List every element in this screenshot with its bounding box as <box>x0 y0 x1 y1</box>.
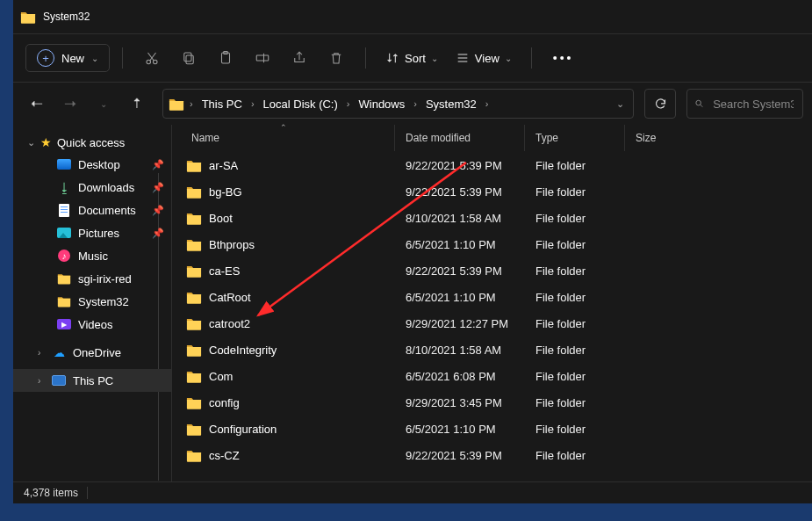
column-date[interactable]: Date modified <box>395 125 525 151</box>
table-row[interactable]: catroot29/29/2021 12:27 PMFile folder <box>172 310 812 336</box>
table-row[interactable]: Com6/5/2021 6:08 PMFile folder <box>172 363 812 389</box>
sidebar-item-documents[interactable]: Documents📌 <box>13 199 171 221</box>
svg-rect-3 <box>184 53 191 62</box>
svg-rect-2 <box>186 55 193 64</box>
file-name: CodeIntegrity <box>209 344 277 357</box>
file-name: Bthprops <box>209 238 255 251</box>
search-input[interactable] <box>711 97 795 112</box>
table-row[interactable]: Bthprops6/5/2021 1:10 PMFile folder <box>172 231 812 257</box>
chevron-right-icon[interactable]: › <box>188 98 195 109</box>
file-name: bg-BG <box>209 185 242 199</box>
forward-button[interactable]: 🠒 <box>55 89 85 119</box>
sidebar-item-thispc[interactable]: ›This PC <box>13 369 171 392</box>
desktop-icon <box>57 157 71 171</box>
file-date: 9/22/2021 5:39 PM <box>395 449 525 462</box>
back-button[interactable]: 🠐 <box>22 89 52 119</box>
sidebar-item-desktop[interactable]: Desktop📌 <box>13 153 171 176</box>
up-button[interactable]: 🠑 <box>122 89 152 119</box>
file-date: 9/22/2021 5:39 PM <box>395 264 525 278</box>
breadcrumb[interactable]: This PC <box>198 96 246 112</box>
table-row[interactable]: bg-BG9/22/2021 5:39 PMFile folder <box>172 178 812 205</box>
more-button[interactable]: ••• <box>544 47 583 69</box>
new-button[interactable]: + New ⌄ <box>25 44 110 72</box>
svg-rect-6 <box>256 55 269 61</box>
chevron-right-icon[interactable]: › <box>484 98 491 109</box>
breadcrumb[interactable]: Windows <box>356 96 409 112</box>
search-box[interactable] <box>686 89 803 119</box>
delete-button[interactable] <box>320 42 353 74</box>
table-row[interactable]: Boot8/10/2021 1:58 AMFile folder <box>172 205 812 231</box>
view-button[interactable]: View ⌄ <box>449 47 519 69</box>
share-button[interactable] <box>283 42 316 74</box>
file-list: ⌃Name Date modified Type Size ar-SA9/22/… <box>171 125 812 481</box>
column-headers: ⌃Name Date modified Type Size <box>172 125 812 152</box>
sidebar-item-downloads[interactable]: ⭳Downloads📌 <box>13 176 171 199</box>
file-type: File folder <box>525 185 625 199</box>
sidebar-item-folder[interactable]: sgi-irix-red <box>13 267 171 290</box>
refresh-button[interactable] <box>644 89 676 119</box>
video-icon: ▶ <box>57 317 71 331</box>
paste-button[interactable] <box>209 42 242 74</box>
folder-icon <box>186 449 202 462</box>
divider <box>531 47 532 69</box>
folder-icon <box>186 212 202 225</box>
sidebar-item-folder[interactable]: System32 <box>13 290 171 313</box>
chevron-down-icon: ⌄ <box>505 54 512 63</box>
copy-button[interactable] <box>172 42 205 74</box>
column-name[interactable]: ⌃Name <box>172 125 395 151</box>
breadcrumb[interactable]: System32 <box>422 96 480 112</box>
chevron-right-icon[interactable]: › <box>345 98 352 109</box>
table-row[interactable]: ar-SA9/22/2021 5:39 PMFile folder <box>172 152 812 178</box>
sort-button[interactable]: Sort ⌄ <box>378 47 445 69</box>
sidebar-item-videos[interactable]: ▶Videos <box>13 313 171 336</box>
star-icon: ★ <box>40 135 52 149</box>
pin-icon: 📌 <box>152 182 164 193</box>
breadcrumb[interactable]: Local Disk (C:) <box>260 96 341 112</box>
column-type[interactable]: Type <box>525 125 625 151</box>
chevron-right-icon[interactable]: › <box>412 98 419 109</box>
folder-icon <box>57 271 71 286</box>
table-row[interactable]: CatRoot6/5/2021 1:10 PMFile folder <box>172 284 812 310</box>
file-date: 6/5/2021 1:10 PM <box>395 423 525 436</box>
column-size[interactable]: Size <box>625 125 803 151</box>
table-row[interactable]: ca-ES9/22/2021 5:39 PMFile folder <box>172 257 812 284</box>
download-icon: ⭳ <box>57 180 71 194</box>
sort-indicator-icon: ⌃ <box>280 123 287 132</box>
sidebar-item-pictures[interactable]: Pictures📌 <box>13 221 171 244</box>
rename-button[interactable] <box>246 42 279 74</box>
file-name: cs-CZ <box>209 449 240 462</box>
divider <box>365 47 366 69</box>
table-row[interactable]: Configuration6/5/2021 1:10 PMFile folder <box>172 416 812 442</box>
file-name: ca-ES <box>209 264 240 278</box>
divider <box>87 487 88 499</box>
file-type: File folder <box>525 344 625 357</box>
table-row[interactable]: config9/29/2021 3:45 PMFile folder <box>172 389 812 416</box>
refresh-icon <box>654 98 667 111</box>
quick-access-header[interactable]: ⌄ ★ Quick access <box>13 132 171 153</box>
file-date: 6/5/2021 6:08 PM <box>395 370 525 383</box>
folder-icon <box>186 238 202 251</box>
command-bar: + New ⌄ Sort ⌄ View ⌄ ••• <box>13 33 812 82</box>
recent-button[interactable]: ⌄ <box>89 89 119 119</box>
cloud-icon: ☁ <box>52 345 66 359</box>
sidebar-item-onedrive[interactable]: ›☁OneDrive <box>13 341 171 364</box>
address-history-button[interactable]: ⌄ <box>613 95 628 113</box>
file-type: File folder <box>525 317 625 330</box>
cut-button[interactable] <box>135 42 169 74</box>
sidebar-item-music[interactable]: ♪Music <box>13 244 171 267</box>
status-bar: 4,378 items <box>13 481 812 503</box>
divider <box>122 47 123 69</box>
file-name: config <box>209 396 240 409</box>
address-bar[interactable]: › This PC › Local Disk (C:) › Windows › … <box>162 89 634 119</box>
rows-container: ar-SA9/22/2021 5:39 PMFile folderbg-BG9/… <box>172 152 812 481</box>
file-date: 9/29/2021 12:27 PM <box>395 317 525 330</box>
file-type: File folder <box>525 423 625 436</box>
sort-icon <box>385 51 399 65</box>
table-row[interactable]: cs-CZ9/22/2021 5:39 PMFile folder <box>172 442 812 468</box>
file-type: File folder <box>525 264 625 278</box>
table-row[interactable]: CodeIntegrity8/10/2021 1:58 AMFile folde… <box>172 336 812 363</box>
titlebar: System32 <box>13 0 812 33</box>
folder-icon <box>186 159 202 172</box>
chevron-right-icon[interactable]: › <box>249 98 256 109</box>
pin-icon: 📌 <box>152 205 164 216</box>
